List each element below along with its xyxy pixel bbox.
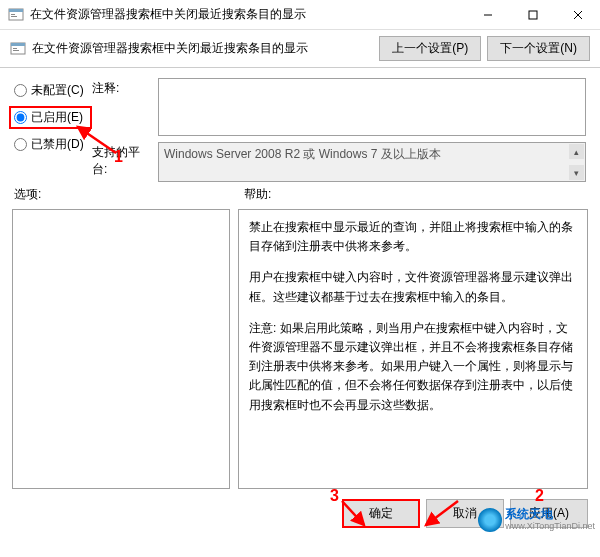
comment-label: 注释: (92, 78, 152, 97)
minimize-button[interactable] (465, 0, 510, 29)
comment-textarea[interactable] (158, 78, 586, 136)
svg-rect-1 (9, 9, 23, 12)
supported-text: Windows Server 2008 R2 或 Windows 7 及以上版本 (164, 147, 441, 161)
watermark-text: 系统天地 www.XiTongTianDi.net (505, 508, 595, 531)
svg-rect-10 (13, 48, 17, 49)
svg-rect-3 (11, 16, 17, 17)
radio-not-configured-input[interactable] (14, 84, 27, 97)
help-paragraph: 注意: 如果启用此策略，则当用户在搜索框中键入内容时，文件资源管理器不显示建议弹… (249, 319, 577, 415)
policy-icon (10, 41, 26, 57)
watermark-main: 系统天地 (505, 508, 595, 521)
svg-rect-5 (529, 11, 537, 19)
ok-button[interactable]: 确定 (342, 499, 420, 528)
radio-enabled-input[interactable] (14, 111, 27, 124)
next-setting-button[interactable]: 下一个设置(N) (487, 36, 590, 61)
svg-rect-9 (11, 43, 25, 46)
radio-not-configured[interactable]: 未配置(C) (14, 82, 92, 99)
scroll-down-button[interactable]: ▾ (569, 165, 584, 180)
window-controls (465, 0, 600, 29)
window-title: 在文件资源管理器搜索框中关闭最近搜索条目的显示 (30, 6, 465, 23)
close-button[interactable] (555, 0, 600, 29)
options-label: 选项: (14, 186, 244, 203)
radio-enabled[interactable]: 已启用(E) (9, 106, 92, 129)
body-area: 未配置(C) 已启用(E) 已禁用(D) 注释: 支持的平台: Windows … (0, 68, 600, 186)
svg-rect-11 (13, 50, 19, 51)
help-pane: 禁止在搜索框中显示最近的查询，并阻止将搜索框中输入的条目存储到注册表中供将来参考… (238, 209, 588, 489)
policy-icon (8, 7, 24, 23)
supported-row: 支持的平台: Windows Server 2008 R2 或 Windows … (92, 142, 586, 182)
nav-buttons: 上一个设置(P) 下一个设置(N) (379, 36, 590, 61)
maximize-button[interactable] (510, 0, 555, 29)
radio-label: 未配置(C) (31, 82, 84, 99)
scroll-up-button[interactable]: ▴ (569, 144, 584, 159)
policy-header: 在文件资源管理器搜索框中关闭最近搜索条目的显示 上一个设置(P) 下一个设置(N… (0, 30, 600, 68)
options-pane (12, 209, 230, 489)
prev-setting-button[interactable]: 上一个设置(P) (379, 36, 481, 61)
radio-group: 未配置(C) 已启用(E) 已禁用(D) (14, 78, 92, 182)
section-labels: 选项: 帮助: (0, 186, 600, 203)
right-fields: 注释: 支持的平台: Windows Server 2008 R2 或 Wind… (92, 78, 586, 182)
help-label: 帮助: (244, 186, 271, 203)
watermark-sub: www.XiTongTianDi.net (505, 522, 595, 532)
svg-rect-2 (11, 14, 15, 15)
radio-disabled-input[interactable] (14, 138, 27, 151)
radio-label: 已启用(E) (31, 109, 83, 126)
help-paragraph: 用户在搜索框中键入内容时，文件资源管理器将显示建议弹出框。这些建议都基于过去在搜… (249, 268, 577, 306)
radio-label: 已禁用(D) (31, 136, 84, 153)
watermark: 系统天地 www.XiTongTianDi.net (478, 508, 595, 532)
supported-on-box: Windows Server 2008 R2 或 Windows 7 及以上版本… (158, 142, 586, 182)
bottom-panes: 禁止在搜索框中显示最近的查询，并阻止将搜索框中输入的条目存储到注册表中供将来参考… (0, 203, 600, 495)
help-paragraph: 禁止在搜索框中显示最近的查询，并阻止将搜索框中输入的条目存储到注册表中供将来参考… (249, 218, 577, 256)
comment-row: 注释: (92, 78, 586, 136)
supported-label: 支持的平台: (92, 142, 152, 178)
radio-disabled[interactable]: 已禁用(D) (14, 136, 92, 153)
policy-title: 在文件资源管理器搜索框中关闭最近搜索条目的显示 (32, 40, 369, 57)
watermark-logo-icon (478, 508, 502, 532)
titlebar: 在文件资源管理器搜索框中关闭最近搜索条目的显示 (0, 0, 600, 30)
